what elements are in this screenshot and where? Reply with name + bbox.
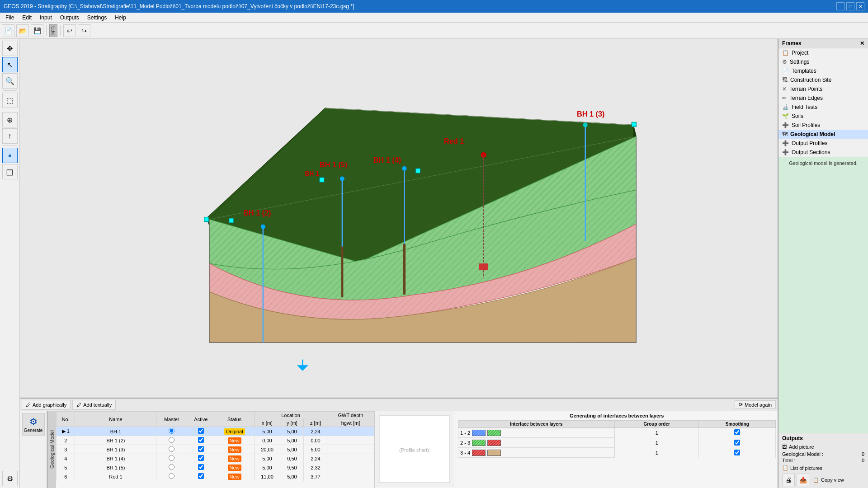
list-of-pictures-item[interactable]: 📋 List of pictures: [782, 464, 864, 472]
node-edit-button[interactable]: ⊕: [2, 112, 18, 127]
add-graphically-icon: 🖊: [26, 402, 31, 408]
sidebar-item-geological-model[interactable]: 🗺 Geological Model: [778, 130, 868, 139]
layer-swatch-red2: [472, 450, 486, 456]
row-active[interactable]: [187, 436, 215, 445]
sidebar-item-soils[interactable]: 🌱 Soils: [778, 112, 868, 121]
cube-wire-button[interactable]: ◻: [2, 164, 18, 179]
list-pictures-icon: 📋: [782, 465, 788, 471]
menu-input[interactable]: Input: [36, 14, 56, 22]
sidebar-item-templates[interactable]: 📄 Templates: [778, 66, 868, 75]
menu-settings[interactable]: Settings: [84, 14, 110, 22]
app-title: GEOS 2019 - Stratigraphy [C:\_Stahovat\S…: [4, 3, 354, 9]
geo-model-message: Geological model is generated.: [789, 160, 858, 166]
add-textually-label: Add textually: [83, 402, 112, 408]
maximize-button[interactable]: □: [846, 2, 854, 10]
table-row[interactable]: 6 Red 1 New 11,00 5,00 3,77: [57, 472, 374, 481]
settings-button[interactable]: ⚙: [2, 471, 18, 486]
menu-edit[interactable]: Edit: [19, 14, 35, 22]
interface-smoothing[interactable]: [699, 448, 776, 458]
table-row[interactable]: 2 BH 1 (2) New 0,00 5,00 0,00: [57, 436, 374, 445]
table-row[interactable]: 3 BH 1 (3) New 20,00 5,00 5,00: [57, 445, 374, 454]
frames-collapse-icon[interactable]: ✕: [860, 40, 864, 47]
row-active[interactable]: [187, 472, 215, 481]
sidebar-item-project[interactable]: 📋 Project: [778, 48, 868, 57]
zoom-tool-button[interactable]: 🔍: [2, 73, 18, 89]
add-textually-button[interactable]: 🖊 Add textually: [72, 400, 116, 410]
table-row[interactable]: 4 BH 1 (4) New 5,00 0,50 2,24: [57, 454, 374, 463]
copy-view-item[interactable]: 📋 Copy view: [813, 474, 844, 486]
close-button[interactable]: ✕: [856, 2, 864, 10]
interface-smoothing[interactable]: [699, 438, 776, 448]
open-button[interactable]: 📂: [16, 24, 29, 37]
interface-layers: 1 - 2: [458, 428, 614, 438]
pan-tool-button[interactable]: ✥: [2, 41, 18, 56]
sidebar-label-field-tests: Field Tests: [792, 104, 817, 110]
data-table-area[interactable]: No. Name Master Active Status Location G…: [56, 411, 374, 488]
total-value: 0: [862, 458, 864, 463]
undo-button[interactable]: ↩: [63, 24, 76, 37]
soils-icon: 🌱: [782, 113, 789, 119]
interface-row: 1 - 2 1: [458, 428, 776, 438]
row-name: BH 1 (4): [75, 454, 156, 463]
row-master[interactable]: [156, 454, 187, 463]
row-active[interactable]: [187, 463, 215, 472]
interface-layers: 3 - 4: [458, 448, 614, 458]
redo-button[interactable]: ↪: [78, 24, 90, 37]
scene-visualization: BH 1 (3) Red 1 BH 1 (5) BH 1 BH 1 (4) BH…: [20, 39, 778, 398]
new-button[interactable]: 📄: [2, 24, 14, 37]
sidebar-item-soil-profiles[interactable]: ➕ Soil Profiles: [778, 121, 868, 130]
menu-help[interactable]: Help: [111, 14, 130, 22]
table-row[interactable]: 5 BH 1 (5) New 5,00 9,50 2,32: [57, 463, 374, 472]
add-picture-item[interactable]: 🖼 Add picture: [782, 443, 864, 450]
select-tool-button[interactable]: ↖: [2, 57, 18, 72]
total-label: Total :: [782, 458, 795, 463]
row-active[interactable]: [187, 445, 215, 454]
save-button[interactable]: 💾: [31, 24, 43, 37]
box-select-button[interactable]: ⬚: [2, 93, 18, 108]
row-status: New: [215, 454, 254, 463]
sidebar-item-field-tests[interactable]: 🔬 Field Tests: [778, 103, 868, 112]
outputs-panel: Outputs 🖼 Add picture Geological Model :…: [778, 433, 868, 488]
sidebar-item-terrain-edges[interactable]: ✏ Terrain Edges: [778, 94, 868, 103]
titlebar: GEOS 2019 - Stratigraphy [C:\_Stahovat\S…: [0, 0, 868, 13]
add-graphically-button[interactable]: 🖊 Add graphically: [22, 400, 71, 410]
row-master[interactable]: [156, 436, 187, 445]
row-no: 6: [57, 472, 75, 481]
minimize-button[interactable]: —: [836, 2, 844, 10]
sidebar-item-terrain-points[interactable]: ✕ Terrain Points: [778, 84, 868, 94]
menu-outputs[interactable]: Outputs: [57, 14, 83, 22]
col-group: Group order: [615, 421, 699, 428]
generate-button[interactable]: ⚙ Generate: [22, 413, 45, 436]
layer-swatch-blue: [472, 430, 486, 436]
layer-label-2: 2 - 3: [460, 440, 470, 446]
row-active[interactable]: [187, 454, 215, 463]
sidebar-item-output-sections[interactable]: ➕ Output Sections: [778, 148, 868, 157]
export-button[interactable]: 📤: [797, 474, 809, 486]
row-active[interactable]: [187, 427, 215, 436]
row-x: 20,00: [254, 445, 280, 454]
cube-solid-button[interactable]: ▪: [2, 148, 18, 163]
up-arrow-button[interactable]: ↑: [2, 128, 18, 144]
model-again-icon: ⟳: [739, 402, 743, 408]
menu-file[interactable]: File: [2, 14, 18, 22]
print-button[interactable]: 🖨: [782, 474, 795, 486]
viewport[interactable]: BH 1 (3) Red 1 BH 1 (5) BH 1 BH 1 (4) BH…: [20, 39, 778, 398]
sidebar-item-output-profiles[interactable]: ➕ Output Profiles: [778, 139, 868, 148]
left-toolbar: ✥ ↖ 🔍 ⬚ ⊕ ↑ ▪ ◻ ⚙: [0, 39, 20, 488]
row-master[interactable]: [156, 463, 187, 472]
col-location: Location: [254, 412, 327, 419]
row-master[interactable]: [156, 427, 187, 436]
menubar: File Edit Input Outputs Settings Help: [0, 13, 868, 23]
interface-smoothing[interactable]: [699, 428, 776, 438]
row-master[interactable]: [156, 445, 187, 454]
toolbar: 📄 📂 💾 Edit ↩ ↪: [0, 23, 868, 39]
row-name: BH 1 (5): [75, 463, 156, 472]
row-master[interactable]: [156, 472, 187, 481]
model-again-button[interactable]: ⟳ Model again: [735, 400, 776, 409]
interfaces-panel: Generating of interfaces between layers …: [456, 411, 778, 488]
sidebar-item-settings[interactable]: ⚙ Settings: [778, 57, 868, 66]
construction-icon: 🏗: [782, 77, 788, 83]
geo-model-output-value: 0: [862, 451, 864, 457]
sidebar-item-construction[interactable]: 🏗 Construction Site: [778, 75, 868, 84]
table-row[interactable]: ▶ 1 BH 1 Original 5,00 5,00 2,24: [57, 427, 374, 436]
